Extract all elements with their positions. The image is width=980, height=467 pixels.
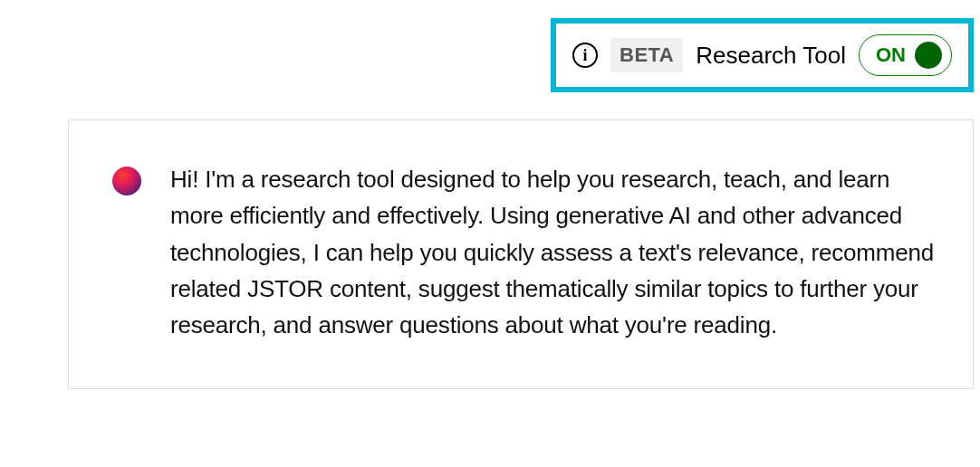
toggle-knob-icon [915, 42, 942, 69]
assistant-message-text: Hi! I'm a research tool designed to help… [170, 161, 937, 343]
info-icon[interactable] [572, 43, 598, 68]
toggle-switch[interactable]: ON [859, 34, 952, 76]
tool-label: Research Tool [696, 42, 846, 70]
beta-badge: BETA [610, 38, 683, 72]
header-bar: BETA Research Tool ON [68, 18, 974, 92]
message-card: Hi! I'm a research tool designed to help… [68, 119, 974, 389]
toggle-state-label: ON [876, 43, 906, 67]
assistant-avatar-icon [112, 167, 141, 195]
main-container: BETA Research Tool ON Hi! I'm a research… [68, 18, 974, 389]
research-tool-header: BETA Research Tool ON [551, 18, 974, 92]
